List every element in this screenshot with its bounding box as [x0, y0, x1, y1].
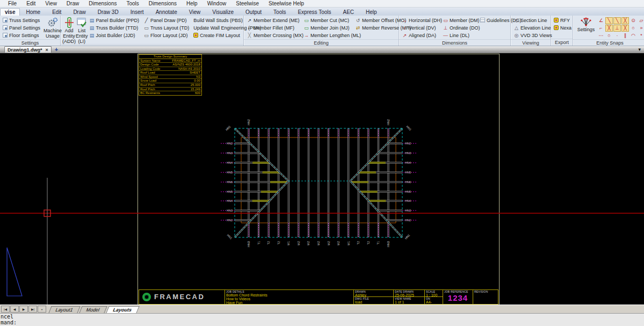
snap-settings-button[interactable]: Settings — [575, 17, 597, 32]
joist-builder-button[interactable]: ▤Joist Builder (JJD) — [88, 32, 141, 39]
vvd-3d-views-button[interactable]: ◎VVD 3D Views — [512, 32, 553, 39]
ribbon-tab[interactable]: Help — [360, 9, 383, 16]
panel-draw-button[interactable]: ╱Panel Draw (PD) — [142, 17, 190, 24]
menu-item[interactable]: Help — [182, 1, 202, 6]
panel-settings-button[interactable]: Panel Settings — [2, 24, 41, 32]
rfy-export-button[interactable]: RFY — [553, 17, 573, 24]
layout-nav-button[interactable]: ▶| — [28, 306, 37, 313]
ribbon-tab[interactable]: Tools — [267, 9, 292, 16]
snap-apparent-intersection-icon[interactable]: ╳ — [621, 25, 629, 32]
member-join-button[interactable]: ▭Member Join (MJ) — [302, 24, 352, 32]
drawing-canvas[interactable]: Truss Design Summary System NameFRAMECAD… — [0, 53, 644, 305]
menu-item[interactable]: File — [3, 1, 21, 6]
snap-tangent-icon[interactable]: ○ — [629, 25, 637, 32]
member-crossing-button[interactable]: ╳Member Crossing (MX) — [245, 32, 300, 39]
gears-icon — [47, 17, 58, 28]
elevation-line-button[interactable]: △Elevation Line — [512, 24, 553, 32]
snap-midpoint-icon[interactable]: ⌐ — [597, 25, 605, 32]
menu-item[interactable]: Tools — [121, 1, 143, 6]
tab-overflow-icon[interactable]: ▾ — [638, 47, 641, 52]
truss-settings-button[interactable]: Truss Settings — [2, 17, 41, 24]
truss-builder-label: Truss Builder (TTD) — [96, 25, 139, 31]
layout-nav-button[interactable]: |◀ — [1, 306, 10, 313]
menu-item[interactable]: View — [40, 1, 62, 6]
revision-cell: REVISION — [473, 290, 498, 304]
panel-settings-icon — [3, 25, 8, 30]
layout-nav-button[interactable]: ◀ — [10, 306, 19, 313]
menu-item[interactable]: Steelwise — [231, 1, 264, 6]
section-line-button[interactable]: ◇Section Line — [512, 17, 553, 24]
menu-item[interactable]: Window — [202, 1, 231, 6]
ribbon-tab[interactable]: Home — [20, 9, 46, 16]
ribbon-tab[interactable]: Draw 3D — [92, 9, 125, 16]
snap-point-icon[interactable]: · — [613, 32, 621, 39]
ribbon-tab[interactable]: Insert — [125, 9, 150, 16]
menu-item[interactable]: Dimensions — [144, 1, 182, 6]
layout-tab[interactable]: Layout1 — [48, 306, 80, 313]
ribbon-tab[interactable]: View — [183, 9, 207, 16]
menu-item[interactable]: Edit — [21, 1, 40, 6]
snap-insertion-icon[interactable]: ▱ — [638, 17, 644, 24]
close-tab-icon[interactable]: × — [46, 47, 48, 53]
floor-layout-button[interactable]: ▭Floor Layout (JD) — [142, 32, 190, 39]
application-window: FileEditViewDrawDimensionsToolsDimension… — [0, 0, 644, 326]
nexa-export-button[interactable]: Nexa — [553, 24, 573, 32]
reverse-icon: ⇄ — [355, 25, 361, 31]
ribbon-tab[interactable]: Visualize — [206, 9, 240, 16]
member-extend-button[interactable]: ↗Member Extend (ME) — [245, 17, 300, 24]
dim-horizontal-button[interactable]: ↔Horizontal (DH) — [401, 17, 439, 24]
truss-layout-button[interactable]: ▭Truss Layout (TD) — [142, 24, 190, 32]
snap-quick-icon[interactable]: » — [638, 25, 644, 32]
ribbon-tab[interactable]: Express Tools — [292, 9, 337, 16]
machine-usage-button[interactable]: Machine Usage — [44, 17, 62, 39]
menu-item[interactable]: Draw — [62, 1, 84, 6]
ribbon-tab[interactable]: AEC — [337, 9, 360, 16]
document-tab[interactable]: Drawing1.dwg* × — [4, 46, 52, 53]
dim-ordinate-button[interactable]: ⊥Ordinate (DO) — [442, 24, 477, 32]
snap-node-icon[interactable]: ╳ — [605, 25, 613, 32]
panel-builder-button[interactable]: ▤Panel Builder (PPD) — [88, 17, 141, 24]
add-entity-button[interactable]: Add Entity (ADD) — [62, 17, 76, 44]
ribbon-group-settings: Truss Settings Panel Settings Floor Sett… — [0, 16, 61, 46]
join-icon: ▭ — [303, 25, 309, 31]
dim-member-label: Member (DM) — [450, 18, 480, 23]
member-fillet-button[interactable]: ⌐Member Fillet (MF) — [245, 24, 300, 32]
member-lengthen-button[interactable]: →Member Lengthen (ML) — [302, 32, 352, 39]
snap-endpoint-icon[interactable]: ╲ — [605, 17, 613, 24]
snap-none-icon[interactable]: * — [638, 32, 644, 39]
snap-center-icon[interactable]: ⊙ — [629, 17, 637, 24]
snap-perpendicular-icon[interactable]: ⊥ — [613, 25, 621, 32]
layout-tab[interactable]: Layouts — [106, 306, 139, 313]
snap-extension-icon[interactable]: ⋯ — [597, 32, 605, 39]
layout-tab[interactable]: Model — [79, 306, 107, 313]
ribbon-tab[interactable]: Output — [240, 9, 267, 16]
layout-nav-button[interactable]: + — [38, 306, 46, 313]
extend-arrow-icon: ↗ — [247, 18, 252, 23]
menu-item[interactable]: Steelwise Help — [264, 1, 309, 6]
layout-nav-button[interactable]: ▶ — [19, 306, 28, 313]
command-line[interactable]: ncel mand: — [0, 313, 644, 326]
snap-nearest-icon[interactable]: ╲ — [613, 17, 621, 24]
menu-item[interactable]: Dimensions — [84, 1, 121, 6]
snap-circle-icon[interactable]: ○ — [605, 32, 613, 39]
snap-arc-icon[interactable]: ◠ — [629, 32, 637, 39]
dim-line-button[interactable]: ―Line (DL) — [442, 32, 477, 39]
ribbon-tab[interactable]: Draw — [67, 9, 91, 16]
ribbon-tab[interactable]: Edit — [46, 9, 67, 16]
member-dim-icon: ▭ — [443, 18, 448, 23]
snap-parallel-icon[interactable]: ∥ — [621, 32, 629, 39]
member-cut-button[interactable]: ▭Member Cut (MC) — [302, 17, 352, 24]
ribbon-tab[interactable]: Annotate — [150, 9, 183, 16]
floor-settings-button[interactable]: Floor Settings — [2, 32, 41, 39]
new-tab-icon[interactable]: + — [55, 47, 58, 52]
dim-aligned-button[interactable]: ↗Aligned (DA) — [401, 32, 439, 39]
snap-from-icon[interactable]: ∠ — [597, 17, 605, 24]
job-line: How to Videos — [225, 297, 353, 301]
dim-member-button[interactable]: ▭Member (DM) — [442, 17, 477, 24]
dim-vertical-button[interactable]: ↕Vertical (DV) — [401, 24, 439, 32]
list-entity-button[interactable]: List Entity (LI) — [76, 17, 88, 44]
member-cut-label: Member Cut (MC) — [310, 18, 349, 23]
snap-intersection-icon[interactable]: ╳ — [621, 17, 629, 24]
ribbon-tab[interactable]: vise — [0, 8, 20, 16]
truss-builder-button[interactable]: ▤Truss Builder (TTD) — [88, 24, 141, 32]
